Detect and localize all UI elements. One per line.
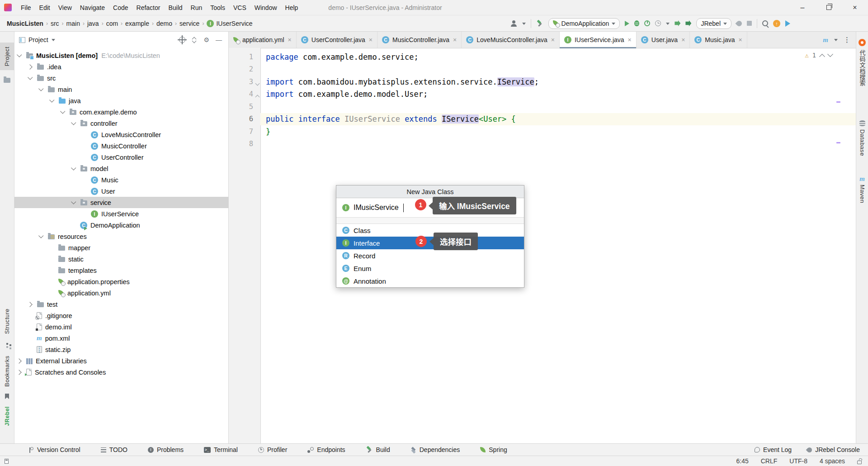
profiler-button[interactable]: [644, 20, 650, 26]
toolwindow-problems[interactable]: !Problems: [148, 446, 184, 453]
menu-help[interactable]: Help: [281, 3, 302, 12]
next-warning-icon[interactable]: [827, 51, 833, 57]
menu-refactor[interactable]: Refactor: [132, 3, 165, 12]
fold-marker-icon[interactable]: [255, 95, 260, 100]
tree-item-controller[interactable]: controller: [14, 118, 228, 129]
toolwindow-event-log[interactable]: Event Log: [755, 446, 792, 453]
tree-item-musiclisten-demo-[interactable]: MusicListen [demo]E:\code\MusicListen: [14, 50, 228, 61]
tree-item-user[interactable]: CUser: [14, 185, 228, 197]
close-icon[interactable]: ×: [738, 36, 742, 43]
tree-item-application-yml[interactable]: application.yml: [14, 287, 228, 299]
tree-expanded-chevron-icon[interactable]: [60, 109, 65, 114]
tree-item-lovemusiccontroller[interactable]: CLoveMusicController: [14, 129, 228, 140]
close-icon[interactable]: ×: [369, 36, 373, 43]
tab-music-java[interactable]: CMusic.java×: [690, 32, 747, 48]
tree-item-static[interactable]: static: [14, 253, 228, 265]
toolwindow-profiler[interactable]: Profiler: [258, 446, 287, 453]
tool-stripe-jrebel[interactable]: JRebel: [0, 406, 14, 426]
tree-item-mapper[interactable]: mapper: [14, 242, 228, 253]
tree-item-src[interactable]: src: [14, 72, 228, 84]
tree-item-demoapplication[interactable]: CDemoApplication: [14, 219, 228, 231]
tree-item-iuserservice[interactable]: IIUserService: [14, 208, 228, 219]
tree-item-musiccontroller[interactable]: CMusicController: [14, 140, 228, 152]
project-view-selector[interactable]: Project: [19, 36, 55, 43]
tree-item-static-zip[interactable]: static.zip: [14, 344, 228, 355]
minimize-button[interactable]: –: [789, 0, 816, 15]
tool-stripe-structure[interactable]: Structure: [0, 309, 14, 334]
breadcrumb-item[interactable]: demo: [155, 19, 174, 28]
run-button[interactable]: [625, 21, 629, 26]
user-button[interactable]: [510, 20, 517, 27]
tree-item-com-example-demo[interactable]: com.example.demo: [14, 106, 228, 118]
tab-usercontroller-java[interactable]: CUserController.java×: [297, 32, 377, 48]
gradle-button[interactable]: [785, 20, 790, 27]
stripe-plugin-icon[interactable]: [856, 39, 868, 46]
debug-button[interactable]: [634, 20, 639, 26]
tool-stripe-item[interactable]: 代码文档搜索: [856, 50, 868, 86]
tree-item-model[interactable]: model: [14, 163, 228, 174]
menu-build[interactable]: Build: [164, 3, 186, 12]
popup-option-record[interactable]: RRecord: [336, 249, 524, 262]
popup-option-class[interactable]: CClass: [336, 224, 524, 237]
window-layout-icon[interactable]: [5, 459, 9, 464]
tree-item-service[interactable]: service: [14, 197, 228, 208]
toolwindow-endpoints[interactable]: Endpoints: [307, 446, 345, 453]
fold-marker-icon[interactable]: [255, 81, 260, 86]
menu-run[interactable]: Run: [187, 3, 207, 12]
tree-item-scratches-and-consoles[interactable]: Scratches and Consoles: [14, 366, 228, 378]
breadcrumb-item[interactable]: IIUserService: [205, 19, 254, 28]
hammer-button[interactable]: [536, 20, 543, 27]
code-editor[interactable]: 1package com.example.demo.service;23impo…: [229, 48, 856, 443]
breadcrumb-item[interactable]: main: [65, 19, 81, 28]
tree-item-resources[interactable]: resources: [14, 231, 228, 242]
expand-collapse-icon[interactable]: [192, 37, 197, 43]
demoapplication-selector[interactable]: DemoApplication: [548, 18, 620, 29]
breadcrumb-item[interactable]: src: [49, 19, 61, 28]
status-crlf[interactable]: CRLF: [761, 457, 778, 465]
toolwindow-version-control[interactable]: Version Control: [28, 446, 80, 453]
status-6-45[interactable]: 6:45: [736, 457, 748, 465]
menu-window[interactable]: Window: [250, 3, 281, 12]
toolwindow-terminal[interactable]: >_Terminal: [204, 446, 238, 453]
jrebel-selector[interactable]: JRebel: [696, 18, 731, 29]
tab-iuserservice-java[interactable]: IIUserService.java×: [560, 32, 637, 48]
jr-run-button[interactable]: [675, 20, 680, 26]
close-icon[interactable]: ×: [628, 36, 632, 43]
tool-stripe-item[interactable]: Maven: [856, 185, 868, 203]
tree-collapsed-chevron-icon[interactable]: [16, 358, 21, 363]
menu-code[interactable]: Code: [109, 3, 132, 12]
breadcrumb-item[interactable]: MusicListen: [5, 19, 45, 28]
breadcrumb-item[interactable]: example: [124, 19, 151, 28]
status-4-spaces[interactable]: 4 spaces: [820, 457, 845, 465]
menu-file[interactable]: File: [17, 3, 35, 12]
breadcrumb-item[interactable]: com: [105, 19, 119, 28]
tree-item--idea[interactable]: .idea: [14, 61, 228, 72]
close-icon[interactable]: ×: [551, 36, 555, 43]
tree-expanded-chevron-icon[interactable]: [49, 97, 54, 102]
tree-collapsed-chevron-icon[interactable]: [27, 64, 32, 69]
tree-expanded-chevron-icon[interactable]: [71, 165, 76, 170]
rocket-button[interactable]: [736, 21, 742, 26]
tree-item-main[interactable]: main: [14, 84, 228, 95]
toolwindow-build[interactable]: Build: [366, 446, 390, 453]
close-icon[interactable]: ×: [681, 36, 685, 43]
gear-icon[interactable]: ⚙: [203, 37, 209, 43]
inspection-widget[interactable]: ⚠ 1: [805, 52, 832, 59]
tool-stripe-item[interactable]: Database: [856, 129, 868, 156]
prev-warning-icon[interactable]: [819, 53, 825, 59]
menu-navigate[interactable]: Navigate: [76, 3, 109, 12]
tree-expanded-chevron-icon[interactable]: [71, 199, 76, 204]
lock-icon[interactable]: [857, 461, 862, 464]
tab-user-java[interactable]: CUser.java×: [637, 32, 690, 48]
breadcrumb-item[interactable]: service: [178, 19, 201, 28]
tree-expanded-chevron-icon[interactable]: [17, 52, 22, 57]
chevron-down-icon[interactable]: [834, 39, 838, 43]
toolwindow-todo[interactable]: TODO: [101, 446, 127, 453]
chevron-down-icon[interactable]: [666, 23, 670, 27]
close-icon[interactable]: ×: [288, 36, 292, 43]
tree-item-music[interactable]: CMusic: [14, 174, 228, 185]
jr-debug-button[interactable]: [685, 20, 691, 26]
chevron-down-icon[interactable]: [522, 23, 526, 27]
breadcrumb-item[interactable]: java: [86, 19, 100, 28]
tab-musiccontroller-java[interactable]: CMusicController.java×: [377, 32, 462, 48]
